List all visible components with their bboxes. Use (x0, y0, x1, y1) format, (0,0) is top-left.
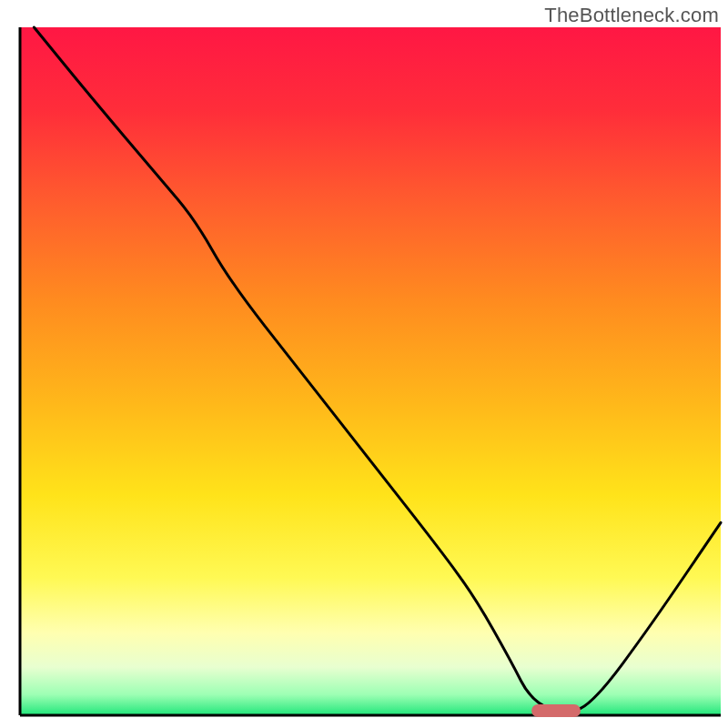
optimal-zone-marker (531, 704, 581, 717)
chart-container: TheBottleneck.com (0, 0, 728, 728)
bottleneck-chart (0, 0, 728, 728)
watermark-text: TheBottleneck.com (544, 4, 719, 27)
gradient-background (20, 27, 721, 715)
